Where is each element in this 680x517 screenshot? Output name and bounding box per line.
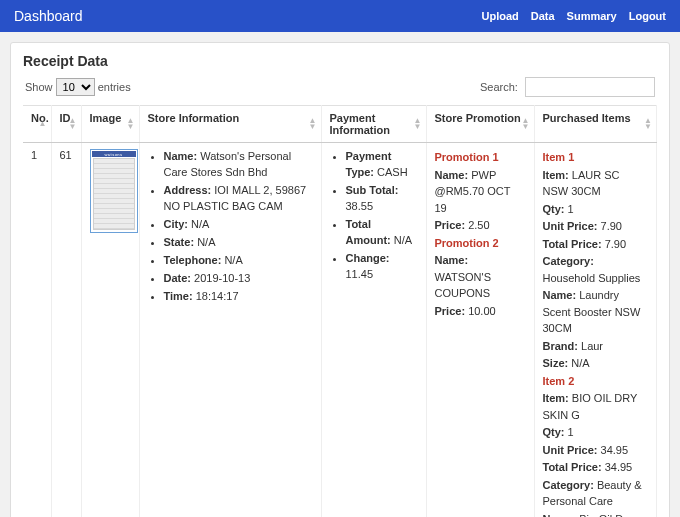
item-name-row: Item: LAUR SC NSW 30CM <box>543 167 649 200</box>
show-label-pre: Show <box>25 81 53 93</box>
promo-title: Promotion 1 <box>435 149 526 166</box>
promo-name: Name: PWP @RM5.70 OCT 19 <box>435 167 526 217</box>
item-block: Item 1Item: LAUR SC NSW 30CMQty: 1Unit P… <box>543 149 649 372</box>
item-cat-row: Category: Household Supplies <box>543 253 649 286</box>
search-input[interactable] <box>525 77 655 97</box>
sort-icon: ▲▼ <box>644 118 652 130</box>
sort-icon: ▲▼ <box>522 118 530 130</box>
sort-icon: ▲▼ <box>127 118 135 130</box>
promo-price: Price: 10.00 <box>435 303 526 320</box>
search-label: Search: <box>480 81 518 93</box>
cell-no: 1 <box>23 143 51 518</box>
promo-name: Name: WATSON'S COUPONS <box>435 252 526 302</box>
item-block: Item 2Item: BIO OIL DRY SKIN GQty: 1Unit… <box>543 373 649 518</box>
item-total-row: Total Price: 7.90 <box>543 236 649 253</box>
section-title: Receipt Data <box>23 53 657 69</box>
col-no[interactable]: No.▲ <box>23 106 51 143</box>
item-brand-row: Brand: Laur <box>543 338 649 355</box>
show-label-post: entries <box>98 81 131 93</box>
brand: Dashboard <box>14 8 83 24</box>
sort-icon: ▲▼ <box>414 118 422 130</box>
navbar: Dashboard Upload Data Summary Logout <box>0 0 680 32</box>
cell-items: Item 1Item: LAUR SC NSW 30CMQty: 1Unit P… <box>534 143 657 518</box>
search-control: Search: <box>480 77 655 97</box>
promo-title: Promotion 2 <box>435 235 526 252</box>
cell-payment: Payment Type: CASH Sub Total: 38.55 Tota… <box>321 143 426 518</box>
promo-block: Promotion 2Name: WATSON'S COUPONSPrice: … <box>435 235 526 320</box>
sort-icon: ▲▼ <box>69 118 77 130</box>
item-unit-row: Unit Price: 7.90 <box>543 218 649 235</box>
item-unit-row: Unit Price: 34.95 <box>543 442 649 459</box>
nav-data[interactable]: Data <box>531 10 555 22</box>
sort-icon: ▲▼ <box>309 118 317 130</box>
col-id[interactable]: ID▲▼ <box>51 106 81 143</box>
cell-id: 61 <box>51 143 81 518</box>
col-promo[interactable]: Store Promotion▲▼ <box>426 106 534 143</box>
item-total-row: Total Price: 34.95 <box>543 459 649 476</box>
promo-block: Promotion 1Name: PWP @RM5.70 OCT 19Price… <box>435 149 526 234</box>
item-qty-row: Qty: 1 <box>543 201 649 218</box>
main-panel: Receipt Data Show 10 entries Search: No.… <box>10 42 670 517</box>
table-row: 1 61 watsons Name: Watson's Personal Car… <box>23 143 657 518</box>
nav-logout[interactable]: Logout <box>629 10 666 22</box>
item-cat-row: Category: Beauty & Personal Care <box>543 477 649 510</box>
receipt-thumbnail[interactable]: watsons <box>90 149 138 233</box>
col-store[interactable]: Store Information▲▼ <box>139 106 321 143</box>
nav-upload[interactable]: Upload <box>481 10 518 22</box>
item-title: Item 1 <box>543 149 649 166</box>
item-name-row: Item: BIO OIL DRY SKIN G <box>543 390 649 423</box>
data-table: No.▲ ID▲▼ Image▲▼ Store Information▲▼ Pa… <box>23 105 657 517</box>
item-fullname-row: Name: Laundry Scent Booster NSW 30CM <box>543 287 649 337</box>
cell-image: watsons <box>81 143 139 518</box>
col-payment[interactable]: Payment Information▲▼ <box>321 106 426 143</box>
col-items[interactable]: Purchased Items▲▼ <box>534 106 657 143</box>
cell-promo: Promotion 1Name: PWP @RM5.70 OCT 19Price… <box>426 143 534 518</box>
length-control: Show 10 entries <box>25 78 131 96</box>
item-title: Item 2 <box>543 373 649 390</box>
nav-summary[interactable]: Summary <box>567 10 617 22</box>
col-image[interactable]: Image▲▼ <box>81 106 139 143</box>
item-size-row: Size: N/A <box>543 355 649 372</box>
item-fullname-row: Name: Bio-Oil Dry Skin Gel <box>543 511 649 518</box>
promo-price: Price: 2.50 <box>435 217 526 234</box>
nav-menu: Upload Data Summary Logout <box>481 10 666 22</box>
cell-store: Name: Watson's Personal Care Stores Sdn … <box>139 143 321 518</box>
sort-icon: ▲ <box>39 121 47 127</box>
length-select[interactable]: 10 <box>56 78 95 96</box>
table-toolbar: Show 10 entries Search: <box>23 77 657 97</box>
item-qty-row: Qty: 1 <box>543 424 649 441</box>
